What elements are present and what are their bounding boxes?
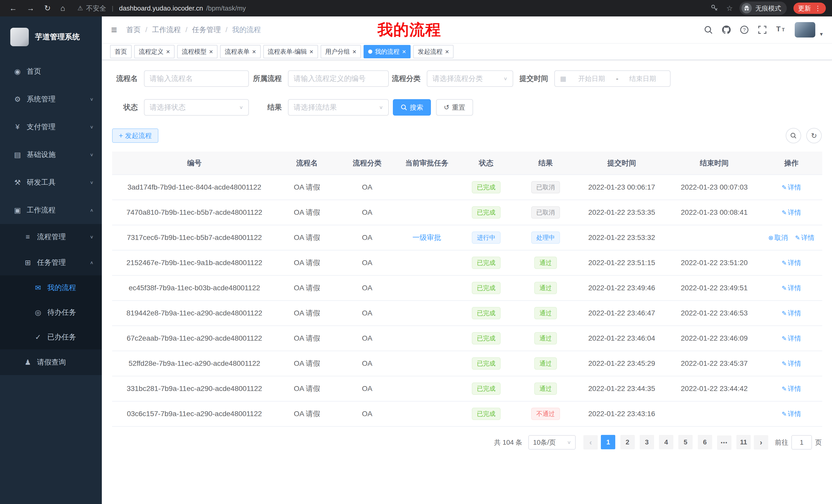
page-button[interactable]: 2 xyxy=(620,435,635,449)
detail-link[interactable]: ✎详情 xyxy=(782,385,801,393)
hamburger-icon[interactable]: ≡ xyxy=(111,24,117,36)
close-icon[interactable]: × xyxy=(402,48,406,55)
help-icon[interactable]: ? xyxy=(740,25,749,34)
start-process-button[interactable]: + 发起流程 xyxy=(112,129,158,143)
close-icon[interactable]: × xyxy=(445,48,449,55)
result-select[interactable]: ∨ xyxy=(288,99,389,116)
status-select[interactable]: ∨ xyxy=(144,99,249,116)
table-toolbar: + 发起流程 ↻ xyxy=(112,128,822,143)
detail-link[interactable]: ✎详情 xyxy=(782,309,801,317)
detail-link[interactable]: ✎详情 xyxy=(782,334,801,342)
page-button[interactable]: 6 xyxy=(698,435,712,449)
next-page-button[interactable]: › xyxy=(754,435,768,450)
back-icon[interactable]: ← xyxy=(9,4,17,12)
page-button[interactable]: 3 xyxy=(640,435,654,449)
sidebar-item-todo-tasks[interactable]: ◎ 待办任务 xyxy=(0,300,102,325)
tab-process-model[interactable]: 流程模型 × xyxy=(177,45,217,58)
reload-icon[interactable]: ↻ xyxy=(44,4,51,12)
breadcrumb-item[interactable]: 任务管理 xyxy=(192,25,221,35)
detail-link[interactable]: ✎详情 xyxy=(782,259,801,267)
detail-link[interactable]: ✎详情 xyxy=(782,410,801,418)
page-size-select[interactable]: 10条/页 ∨ xyxy=(528,435,576,450)
tab-process-form[interactable]: 流程表单 × xyxy=(220,45,260,58)
chevron-icon: ∨ xyxy=(90,152,94,157)
reset-button[interactable]: ↺ 重置 xyxy=(436,99,473,116)
fullscreen-icon[interactable] xyxy=(758,25,767,34)
sidebar-item-task-mgmt[interactable]: ⊞ 任务管理 ∧ xyxy=(0,250,102,275)
sidebar-item-infrastructure[interactable]: ▤ 基础设施 ∨ xyxy=(0,141,102,169)
detail-link[interactable]: ✎详情 xyxy=(782,208,801,216)
sidebar-item-process-mgmt[interactable]: ≡ 流程管理 ∨ xyxy=(0,224,102,250)
submit-time-range[interactable]: ▦ 开始日期 - 结束日期 xyxy=(554,71,671,87)
category-select-input[interactable] xyxy=(433,75,503,83)
app-logo[interactable]: 芋道管理系统 xyxy=(0,17,102,58)
page-button[interactable]: 4 xyxy=(659,435,673,449)
search-button[interactable]: 搜索 xyxy=(393,99,431,116)
refresh-table-button[interactable]: ↻ xyxy=(806,128,822,143)
sidebar-item-my-process[interactable]: ✉ 我的流程 xyxy=(0,275,102,300)
breadcrumb-item[interactable]: 我的流程 xyxy=(232,25,261,35)
detail-link[interactable]: ✎详情 xyxy=(782,284,801,292)
breadcrumb-item[interactable]: 工作流程 xyxy=(152,25,181,35)
current-task-cell xyxy=(397,200,457,225)
forward-icon[interactable]: → xyxy=(27,4,34,12)
sidebar-item-dev-tools[interactable]: ⚒ 研发工具 ∨ xyxy=(0,169,102,196)
tab-process-form-edit[interactable]: 流程表单-编辑 × xyxy=(263,45,318,58)
close-icon[interactable]: × xyxy=(209,48,213,55)
sidebar-item-done-tasks[interactable]: ✓ 已办任务 xyxy=(0,325,102,349)
detail-link[interactable]: ✎详情 xyxy=(795,234,814,242)
process-name-field[interactable] xyxy=(144,71,249,87)
sidebar-item-system-mgmt[interactable]: ⚙ 系统管理 ∨ xyxy=(0,85,102,113)
sidebar-item-payment-mgmt[interactable]: ¥ 支付管理 ∨ xyxy=(0,113,102,141)
bookmark-star-icon[interactable]: ☆ xyxy=(726,4,733,12)
page-button[interactable]: 11 xyxy=(736,435,751,449)
chevron-down-icon[interactable]: ▾ xyxy=(820,31,823,37)
result-select-input[interactable] xyxy=(294,103,379,111)
sidebar-item-leave-query[interactable]: ♟ 请假查询 xyxy=(0,349,102,375)
tab-user-group[interactable]: 用户分组 × xyxy=(321,45,361,58)
cancel-link[interactable]: ⊗取消 xyxy=(768,234,788,242)
tab-my-process[interactable]: 我的流程 × xyxy=(364,45,411,58)
end-time-cell xyxy=(668,401,760,426)
sidebar-item-label: 工作流程 xyxy=(27,205,55,215)
process-def-field[interactable] xyxy=(288,71,389,87)
update-button[interactable]: 更新 ⋮ xyxy=(794,3,826,14)
home-icon[interactable]: ⌂ xyxy=(60,4,65,12)
address-bar[interactable]: ⚠ 不安全 | dashboard.yudao.iocoder.cn/bpm/t… xyxy=(77,4,704,13)
process-id-cell: ec45f38f-7b9a-11ec-b03b-acde48001122 xyxy=(112,275,277,301)
show-search-button[interactable] xyxy=(786,128,801,143)
font-size-icon[interactable]: TT xyxy=(776,25,786,35)
edit-icon: ✎ xyxy=(782,259,787,267)
current-task-cell xyxy=(397,301,457,326)
current-task-link[interactable]: 一级审批 xyxy=(412,233,441,242)
page-button[interactable]: ••• xyxy=(717,436,731,450)
process-def-input[interactable] xyxy=(294,75,383,83)
github-icon[interactable] xyxy=(722,25,731,34)
close-icon[interactable]: × xyxy=(310,48,313,55)
close-icon[interactable]: × xyxy=(166,48,170,55)
close-icon[interactable]: × xyxy=(252,48,256,55)
key-icon[interactable] xyxy=(710,4,720,13)
menu-kebab-icon[interactable]: ⋮ xyxy=(814,4,821,12)
incognito-badge[interactable]: 无痕模式 xyxy=(739,2,787,15)
start-date-placeholder[interactable]: 开始日期 xyxy=(570,74,614,83)
page-button[interactable]: 5 xyxy=(678,435,693,449)
category-select[interactable]: ∨ xyxy=(427,71,513,87)
avatar[interactable] xyxy=(795,22,815,37)
search-icon[interactable] xyxy=(704,25,713,34)
end-date-placeholder[interactable]: 结束日期 xyxy=(620,74,665,83)
process-name-input[interactable] xyxy=(150,75,243,83)
breadcrumb-item[interactable]: 首页 xyxy=(126,25,141,35)
detail-link[interactable]: ✎详情 xyxy=(782,184,801,191)
detail-link[interactable]: ✎详情 xyxy=(782,360,801,367)
page-button[interactable]: 1 xyxy=(601,435,615,449)
tab-process-definition[interactable]: 流程定义 × xyxy=(134,45,175,58)
tab-home[interactable]: 首页 × xyxy=(110,45,132,58)
tab-start-process[interactable]: 发起流程 × xyxy=(413,45,453,58)
sidebar-item-home[interactable]: ◉ 首页 xyxy=(0,58,102,85)
goto-page-input[interactable] xyxy=(791,435,812,450)
prev-page-button[interactable]: ‹ xyxy=(583,435,598,450)
close-icon[interactable]: × xyxy=(353,48,356,55)
status-select-input[interactable] xyxy=(150,103,239,111)
sidebar-item-workflow[interactable]: ▣ 工作流程 ∧ xyxy=(0,196,102,224)
